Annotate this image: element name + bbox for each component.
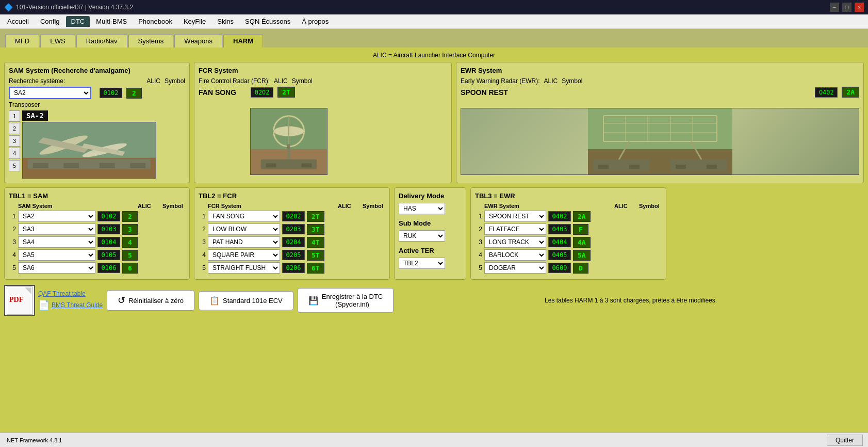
sam-panel-title: SAM System (Recherche d'amalgame) <box>9 67 185 74</box>
sub-mode-title: Sub Mode <box>399 219 462 227</box>
tbl3-col-system: EWR System <box>484 203 612 209</box>
tbl1-col-headers: SAM System ALIC Symbol <box>9 203 185 209</box>
sub-mode-select[interactable]: RUK MODE1 MODE2 <box>399 230 445 242</box>
menu-sqn[interactable]: SQN Écussons <box>240 16 296 27</box>
tbl1-row-3-select[interactable]: SA4 <box>18 236 95 248</box>
tab-mfd[interactable]: MFD <box>5 34 39 47</box>
tbl3-row-1-symbol: 2A <box>573 211 591 222</box>
tbl2-row-5-select[interactable]: STRAIGHT FLUSH <box>208 262 280 274</box>
menu-apropos[interactable]: À propos <box>297 16 334 27</box>
tbl2-row-1-select[interactable]: FAN SONG <box>208 211 280 222</box>
menu-multibms[interactable]: Multi-BMS <box>91 16 132 27</box>
tbl1-row-4-select[interactable]: SA5 <box>18 249 95 261</box>
fcr-symbol-col-label: Symbol <box>292 77 313 85</box>
sam-symbol-col-label: Symbol <box>165 77 185 85</box>
save-icon: 💾 <box>308 296 319 306</box>
active-ter-select[interactable]: TBL1 TBL2 TBL3 <box>399 258 445 269</box>
tbl2-row-4-alic: 0205 <box>282 250 305 260</box>
fcr-fire-control-label: Fire Control Radar (FCR): <box>199 77 270 85</box>
tbl1-row-3: 3 SA4 0104 4 <box>9 236 185 248</box>
tab-harm[interactable]: HARM <box>223 34 263 47</box>
delivery-mode-select[interactable]: HAS CCRP DTOS <box>399 203 445 214</box>
tbl3-row-2-select[interactable]: FLATFACE <box>484 224 546 235</box>
menu-skins[interactable]: Skins <box>212 16 239 27</box>
tab-systems[interactable]: Systems <box>128 34 174 47</box>
tbl2-row-1-num: 1 <box>199 213 206 220</box>
quit-button[interactable]: Quitter <box>827 435 863 446</box>
tbl1-row-5-select[interactable]: SA6 <box>18 262 95 274</box>
menu-config[interactable]: Config <box>35 16 65 27</box>
bms-guide-link[interactable]: BMS Threat Guide <box>52 301 103 309</box>
tbl2-row-4-select[interactable]: SQUARE PAIR <box>208 249 280 261</box>
tbl1-row-5-num: 5 <box>9 264 16 272</box>
tbl3-row-2-alic: 0403 <box>548 224 571 234</box>
sam-select-row: SA2 SA3 SA4 SA5 SA6 0102 2 <box>9 87 185 99</box>
tbl2-panel: TBL2 = FCR FCR System ALIC Symbol 1 FAN … <box>194 187 390 280</box>
svg-rect-19 <box>302 163 312 167</box>
transpose-btn-2[interactable]: 2 <box>9 123 20 134</box>
transpose-btn-4[interactable]: 4 <box>9 148 20 159</box>
tbl1-col-system: SAM System <box>18 203 136 209</box>
tbl3-row-4-select[interactable]: BARLOCK <box>484 249 546 261</box>
tbl2-row-2-select[interactable]: LOW BLOW <box>208 224 280 235</box>
tbl2-row-5-alic: 0206 <box>282 263 305 273</box>
tab-radionav[interactable]: Radio/Nav <box>76 34 127 47</box>
transpose-label: Transposer <box>9 101 185 108</box>
tbl3-row-5: 5 DOGEAR 0609 D <box>475 262 662 274</box>
tbl1-row-5: 5 SA6 0106 6 <box>9 262 185 274</box>
minimize-button[interactable]: − <box>830 3 839 12</box>
menu-keyfile[interactable]: KeyFile <box>178 16 211 27</box>
tbl3-panel: TBL3 = EWR EWR System ALIC Symbol 1 SPOO… <box>470 187 666 280</box>
tbl3-row-5-symbol: D <box>573 263 588 274</box>
maximize-button[interactable]: □ <box>842 3 851 12</box>
tbl2-title: TBL2 = FCR <box>199 192 385 200</box>
menu-dtc[interactable]: DTC <box>66 16 90 27</box>
transpose-btn-3[interactable]: 3 <box>9 135 20 147</box>
tbl3-row-1-select[interactable]: SPOON REST <box>484 211 546 222</box>
standard-label: Standard 101e ECV <box>223 297 283 305</box>
tbl1-col-symbol: Symbol <box>162 203 185 209</box>
tbl1-row-1-select[interactable]: SA2 <box>18 211 95 222</box>
tbl2-row-2-num: 2 <box>199 226 206 233</box>
tbl3-row-4-num: 4 <box>475 251 482 259</box>
svg-text:PDF: PDF <box>9 296 23 304</box>
tbl3-row-3-select[interactable]: LONG TRACK <box>484 236 546 248</box>
tbl2-row-2: 2 LOW BLOW 0203 3T <box>199 224 385 235</box>
tbl2-row-3-select[interactable]: PAT HAND <box>208 236 280 248</box>
tbl3-row-1: 1 SPOON REST 0402 2A <box>475 211 662 222</box>
standard-button[interactable]: 📋 Standard 101e ECV <box>199 291 293 310</box>
reset-button[interactable]: ↺ Réinitialiser à zéro <box>107 290 194 311</box>
ewr-early-warning-label: Early Warning Radar (EWR): <box>461 77 540 85</box>
tbl3-row-1-num: 1 <box>475 213 482 220</box>
transpose-btn-5[interactable]: 5 <box>9 160 20 171</box>
tbl1-row-2-select[interactable]: SA3 <box>18 224 95 235</box>
menu-accueil[interactable]: Accueil <box>2 16 34 27</box>
tbl1-row-2: 2 SA3 0103 3 <box>9 224 185 235</box>
tbl1-row-1-alic: 0102 <box>97 211 120 221</box>
tab-ews[interactable]: EWS <box>40 34 75 47</box>
tbl2-row-4: 4 SQUARE PAIR 0205 5T <box>199 249 385 261</box>
title-bar: 🔷 101-Version officielle437 | Version 4.… <box>0 0 868 14</box>
close-button[interactable]: × <box>855 3 864 12</box>
menu-phonebook[interactable]: Phonebook <box>133 16 177 27</box>
tbl3-title: TBL3 = EWR <box>475 192 662 200</box>
tbl2-row-2-alic: 0203 <box>282 224 305 234</box>
sam-image-container: SA-2 <box>22 110 185 179</box>
tbl1-row-4: 4 SA5 0105 5 <box>9 249 185 261</box>
save-button[interactable]: 💾 Enregistrer à la DTC (Spyder.ini) <box>298 288 394 313</box>
sam-system-select[interactable]: SA2 SA3 SA4 SA5 SA6 <box>9 87 91 99</box>
window-title: 101-Version officielle437 | Version 4.37… <box>16 4 133 11</box>
app-icon: 🔷 <box>4 3 13 11</box>
tab-weapons[interactable]: Weapons <box>174 34 222 47</box>
qaf-threat-link[interactable]: QAF Threat table <box>38 290 103 297</box>
transpose-btn-1[interactable]: 1 <box>9 110 20 122</box>
tbl3-row-1-alic: 0402 <box>548 211 571 221</box>
fcr-radar-name: FAN SONG <box>199 88 236 97</box>
ewr-value-row: SPOON REST 0402 2A <box>461 87 859 98</box>
bottom-panels: TBL1 = SAM SAM System ALIC Symbol 1 SA2 … <box>4 187 864 280</box>
sam-search-row: Recherche système: ALIC Symbol <box>9 77 185 85</box>
ewr-symbol-badge: 2A <box>842 87 859 98</box>
tbl3-row-5-select[interactable]: DOGEAR <box>484 262 546 274</box>
top-panels: SAM System (Recherche d'amalgame) Recher… <box>4 62 864 183</box>
tbl2-row-5-symbol: 6T <box>307 263 324 274</box>
